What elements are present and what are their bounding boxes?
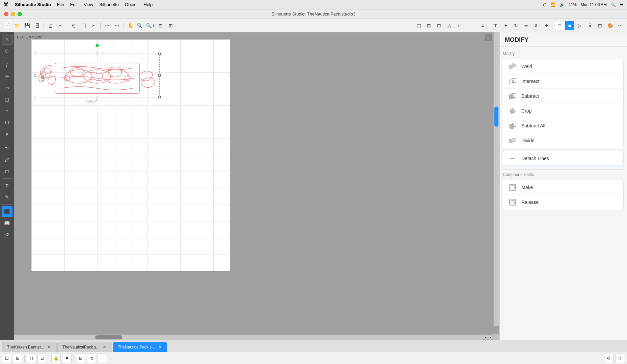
mirror-v-btn[interactable]: ⇕: [531, 21, 541, 30]
sel-handle-tl[interactable]: [34, 53, 36, 55]
tab-nautical2[interactable]: TheNauticalPack.s... ✕: [113, 342, 167, 352]
selection-box[interactable]: [35, 54, 160, 97]
tab-nautical2-close[interactable]: ✕: [157, 344, 162, 350]
tab-nautical1-close[interactable]: ✕: [102, 344, 107, 350]
search-icon[interactable]: 🔍: [611, 2, 616, 7]
menu-extra-icon[interactable]: ☰: [620, 2, 624, 7]
pen-tool[interactable]: ✏: [2, 71, 12, 82]
rectangle-tool[interactable]: ▭: [2, 83, 12, 93]
snap-btn[interactable]: ⊡: [434, 21, 444, 30]
grid-dots-btn[interactable]: ⠿: [585, 21, 595, 30]
grid-mode-btn[interactable]: ⊞: [424, 21, 434, 30]
weld-button[interactable]: Weld: [503, 59, 623, 74]
make-button[interactable]: Make: [503, 180, 623, 195]
canvas-page[interactable]: 7.151 in 1.934 in: [31, 39, 230, 272]
sel-handle-tr[interactable]: [158, 53, 161, 55]
rounded-rect-tool[interactable]: ▢: [2, 94, 12, 105]
detach-lines-button[interactable]: Detach Lines: [503, 151, 624, 166]
open-button[interactable]: 📁: [12, 21, 22, 30]
sel-handle-br[interactable]: [158, 96, 161, 98]
tab-kraken-close[interactable]: ✕: [46, 344, 52, 350]
print-cut-button[interactable]: ✂: [56, 21, 65, 30]
divide-button[interactable]: Divide: [503, 133, 623, 148]
view-white-btn[interactable]: □: [555, 21, 564, 30]
line-style2-btn[interactable]: ≡: [478, 21, 487, 30]
shape-btn[interactable]: △: [444, 21, 454, 30]
fill-tool-btn[interactable]: ✦: [501, 21, 511, 30]
group-btn[interactable]: ⊓: [27, 354, 36, 363]
intersect-button[interactable]: Intersect: [503, 74, 623, 89]
rotate-btn[interactable]: ↻: [511, 21, 521, 30]
color-picker-btn[interactable]: 🎨: [605, 21, 615, 30]
menu-view[interactable]: View: [84, 2, 93, 7]
lock-btn[interactable]: 🔒: [51, 354, 61, 363]
horizontal-scrollbar[interactable]: ◂ ▸: [14, 334, 493, 340]
new-button[interactable]: 📄: [2, 21, 11, 30]
eraser-tool[interactable]: ◻: [2, 166, 12, 177]
line-tool[interactable]: /: [2, 60, 12, 70]
cut-settings-btn[interactable]: ▷: [575, 21, 584, 30]
select-all-btn[interactable]: ⊡: [2, 354, 11, 363]
effects-btn[interactable]: ★: [542, 21, 551, 30]
canvas-area[interactable]: DESIGN VIEW: [14, 32, 499, 340]
book-tool[interactable]: 📖: [2, 218, 12, 229]
scroll-left-btn[interactable]: ◂: [483, 334, 488, 340]
sel-handle-bl[interactable]: [34, 96, 36, 98]
paint-tool[interactable]: 🖊: [2, 154, 12, 165]
rotate-handle[interactable]: [96, 44, 99, 47]
mirror-h-btn[interactable]: ⇔: [521, 21, 531, 30]
sel-handle-tm[interactable]: [96, 53, 98, 55]
tab-nautical1[interactable]: TheNauticalPack.s... ✕: [57, 342, 112, 352]
align-btn[interactable]: ⊞: [76, 354, 85, 363]
vertical-scrollbar[interactable]: [493, 32, 499, 326]
paste-button[interactable]: 📋: [79, 21, 88, 30]
sel-handle-mr[interactable]: [158, 74, 161, 77]
zoom-in-button[interactable]: 🔍+: [146, 21, 155, 30]
release-button[interactable]: Release: [503, 195, 623, 210]
scroll-thumb-vertical[interactable]: [494, 107, 498, 127]
zoom-out-button[interactable]: 🔍-: [136, 21, 145, 30]
zoom-fit-button[interactable]: ⊡: [156, 21, 165, 30]
panel-expand-btn[interactable]: »: [485, 34, 492, 41]
select-tool[interactable]: ↖: [2, 34, 12, 44]
menu-silhouette[interactable]: Silhouette: [99, 2, 119, 7]
sel-handle-bm[interactable]: [96, 96, 98, 98]
select-touching-btn[interactable]: ⊞: [13, 354, 22, 363]
maximize-button[interactable]: [18, 12, 22, 16]
settings-btn[interactable]: ⚙: [604, 354, 614, 363]
menu-file[interactable]: File: [57, 2, 64, 7]
scroll-right-btn[interactable]: ▸: [488, 334, 493, 340]
undo-button[interactable]: ↩: [102, 21, 112, 30]
polyline-tool[interactable]: ∧: [2, 128, 12, 139]
subtract-all-button[interactable]: Subtract All: [503, 118, 623, 133]
ellipse-tool-btn[interactable]: ○: [455, 21, 464, 30]
menu-help[interactable]: Help: [144, 2, 153, 7]
redo-button[interactable]: ↪: [112, 21, 122, 30]
help-btn[interactable]: ?: [616, 354, 625, 363]
menu-edit[interactable]: Edit: [70, 2, 78, 7]
copy-button[interactable]: ⎘: [69, 21, 78, 30]
crop-button[interactable]: Crop: [503, 103, 623, 118]
close-button[interactable]: [4, 12, 8, 16]
duplicate-btn[interactable]: ⧉: [87, 354, 96, 363]
text-tool[interactable]: T: [2, 180, 12, 191]
zoom-select-button[interactable]: ⊞: [166, 21, 175, 30]
unlock-btn[interactable]: ✖: [62, 354, 72, 363]
node-tool[interactable]: ◇: [2, 45, 12, 56]
pan-button[interactable]: ✋: [126, 21, 135, 30]
minimize-button[interactable]: [11, 12, 15, 16]
print-button[interactable]: 🖨: [46, 21, 55, 30]
ellipse-tool[interactable]: ○: [2, 105, 12, 116]
scroll-thumb-horizontal[interactable]: [95, 335, 122, 339]
app-name[interactable]: Silhouette Studio: [15, 2, 51, 7]
ungroup-btn[interactable]: ⊔: [37, 354, 47, 363]
save-as-button[interactable]: 🗄: [32, 21, 42, 30]
grid-lines-btn[interactable]: ⊞: [595, 21, 605, 30]
calligraphy-tool[interactable]: 〜: [2, 143, 12, 154]
apple-menu[interactable]: ⌘: [3, 1, 9, 8]
line-style-btn[interactable]: —: [468, 21, 477, 30]
spiral-tool[interactable]: ↺: [2, 229, 12, 240]
trace-btn[interactable]: ⬚: [98, 354, 107, 363]
pencil-tool[interactable]: ✎: [2, 192, 12, 203]
view-color-btn[interactable]: ■: [565, 21, 574, 30]
